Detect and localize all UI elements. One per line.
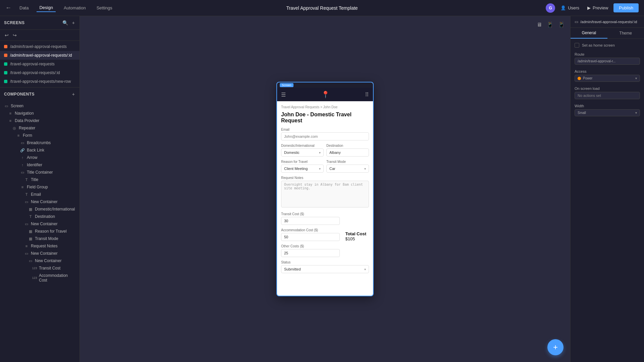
tab-design[interactable]: Design: [37, 4, 55, 12]
screen-item-travel[interactable]: /travel-approval-requests: [0, 60, 79, 68]
desktop-view-button[interactable]: 🖥: [535, 20, 543, 29]
add-screen-button[interactable]: +: [71, 19, 75, 26]
location-pin-icon: 📍: [321, 90, 330, 99]
tree-arrow-label: Arrow: [27, 155, 37, 160]
tree-accommodation-label: Accommodation Cost: [39, 273, 75, 283]
tablet-view-button[interactable]: 📱: [545, 20, 555, 29]
components-header: Components +: [0, 87, 79, 101]
search-icon-button[interactable]: 🔍: [62, 19, 69, 26]
tree-screen[interactable]: ▭ Screen: [0, 102, 79, 110]
other-costs-input[interactable]: [281, 249, 340, 257]
home-screen-checkbox[interactable]: [575, 43, 579, 48]
tree-title-container[interactable]: ▭ Title Container: [0, 169, 79, 176]
tab-automation[interactable]: Automation: [61, 4, 89, 12]
no-actions-button[interactable]: No actions set: [575, 92, 640, 99]
tree-field-group[interactable]: ≡ Field Group: [0, 183, 79, 191]
breadcrumbs-icon: ▭: [20, 140, 25, 145]
screen-badge: Screen: [280, 83, 293, 87]
email-input[interactable]: [281, 132, 369, 140]
status-label: Status: [281, 260, 369, 264]
notes-textarea[interactable]: Overnight stay in Albany for 8am client …: [281, 181, 369, 207]
tree-new-container-2[interactable]: ▭ New Container: [0, 220, 79, 228]
tree-title[interactable]: T Title: [0, 176, 79, 183]
access-value[interactable]: Power ▾: [575, 75, 640, 82]
redo-button[interactable]: ↪: [12, 32, 17, 39]
mobile-view-button[interactable]: 📱: [557, 20, 566, 29]
breadcrumb: Travel Approval Requests > John Doe: [281, 105, 369, 109]
screen-item-active[interactable]: /admin/travel-approval-requests/:id: [0, 51, 79, 60]
transit-mode-group: Transit Mode Car ▾: [326, 160, 369, 173]
reason-transit-row: Reason for Travel Client Meeting ▾ Trans…: [281, 160, 369, 176]
component-tree: ▭ Screen ≡ Navigation ≡ Data Provider ◎ …: [0, 101, 79, 362]
destination-group: Destination document.currentScript.previ…: [326, 144, 369, 157]
grid-icon[interactable]: ⠿: [365, 92, 369, 98]
tree-back-link[interactable]: 🔗 Back Link: [0, 146, 79, 154]
screen-item-new-row[interactable]: /travel-approval-requests/new-row: [0, 77, 79, 86]
topbar-left: ← Data Design Automation Settings: [5, 4, 115, 12]
tab-settings[interactable]: Settings: [94, 4, 115, 12]
screen-dot-orange-2: [4, 54, 7, 57]
topbar-right: G 👤 Users ▶ Preview Publish: [546, 3, 639, 13]
tree-destination-label: Destination: [35, 214, 55, 219]
accommodation-cost-icon: 123: [32, 276, 37, 280]
tree-accommodation-cost[interactable]: 123 Accommodation Cost: [0, 272, 79, 284]
accommodation-input[interactable]: [281, 233, 340, 241]
screen-item[interactable]: /admin/travel-approval-requests: [0, 42, 79, 51]
screen-list: /admin/travel-approval-requests /admin/t…: [0, 41, 79, 87]
transit-cost-input[interactable]: [281, 217, 340, 225]
add-component-button[interactable]: +: [71, 91, 75, 98]
publish-button[interactable]: Publish: [613, 3, 639, 12]
undo-button[interactable]: ↩: [4, 32, 9, 39]
tab-general[interactable]: General: [571, 28, 607, 39]
reason-select[interactable]: Client Meeting ▾: [281, 165, 324, 173]
tree-transit-cost[interactable]: 123 Transit Cost: [0, 264, 79, 272]
request-notes-icon: ≡: [24, 244, 29, 248]
screen-item-travel-id[interactable]: /travel-approval-requests/:id: [0, 68, 79, 77]
tree-arrow[interactable]: ↑ Arrow: [0, 154, 79, 161]
hamburger-icon[interactable]: ☰: [281, 92, 286, 98]
tree-navigation-label: Navigation: [15, 111, 34, 116]
field-group-icon: ≡: [20, 185, 25, 189]
tree-data-provider[interactable]: ≡ Data Provider: [0, 117, 79, 124]
width-value[interactable]: Small ▾: [575, 109, 640, 116]
domestic-select[interactable]: Domestic ▾: [281, 148, 324, 157]
tree-domestic-intl[interactable]: ▦ Domestic/International: [0, 205, 79, 213]
home-screen-label: Set as home screen: [582, 43, 615, 47]
tab-data[interactable]: Data: [17, 4, 31, 12]
fab-button[interactable]: +: [547, 339, 564, 355]
back-link-icon: 🔗: [20, 148, 25, 153]
tree-transit-mode[interactable]: ▦ Transit Mode: [0, 235, 79, 242]
tree-navigation[interactable]: ≡ Navigation: [0, 110, 79, 117]
main-layout: Screens 🔍 + ↩ ↪ /admin/travel-approval-r…: [0, 16, 644, 362]
status-group: Status Submitted ▾: [281, 260, 369, 273]
tree-email[interactable]: T Email: [0, 191, 79, 198]
new-container-4-icon: ▭: [28, 258, 33, 263]
users-button[interactable]: 👤 Users: [558, 4, 582, 12]
tree-new-container-4[interactable]: ▭ New Container: [0, 257, 79, 264]
tree-repeater[interactable]: ◎ Repeater: [0, 124, 79, 132]
access-text: Power: [583, 76, 592, 80]
tree-transit-cost-label: Transit Cost: [39, 266, 60, 270]
tree-identifier-label: Identifier: [27, 163, 42, 167]
route-value[interactable]: /admin/travel-approval-r...: [575, 58, 640, 65]
access-label: Access: [575, 69, 586, 73]
tree-breadcrumbs[interactable]: ▭ Breadcrumbs: [0, 139, 79, 146]
view-mode-buttons: 🖥 📱 📱: [535, 20, 566, 29]
preview-button[interactable]: ▶ Preview: [585, 4, 611, 12]
reason-label: Reason for Travel: [281, 160, 324, 164]
phone-content: Travel Approval Requests > John Doe John…: [277, 101, 373, 290]
tree-request-notes[interactable]: ≡ Request Notes: [0, 242, 79, 250]
transit-mode-select[interactable]: Car ▾: [326, 165, 369, 173]
tree-identifier[interactable]: ↑ Identifier: [0, 161, 79, 169]
back-button[interactable]: ←: [5, 4, 11, 11]
new-container-2-icon: ▭: [24, 222, 29, 226]
status-select[interactable]: Submitted ▾: [281, 265, 369, 273]
tree-reason[interactable]: ▦ Reason for Travel: [0, 228, 79, 235]
tree-form[interactable]: ≡ Form: [0, 132, 79, 139]
destination-icon: T: [28, 214, 33, 219]
tab-theme[interactable]: Theme: [607, 28, 644, 39]
destination-input[interactable]: [326, 148, 369, 157]
tree-new-container-1[interactable]: ▭ New Container: [0, 198, 79, 205]
tree-destination[interactable]: T Destination: [0, 213, 79, 220]
tree-new-container-3[interactable]: ▭ New Container: [0, 250, 79, 257]
